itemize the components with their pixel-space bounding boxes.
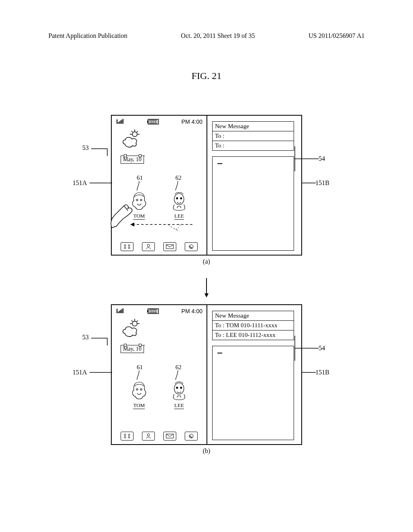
leader-53a — [91, 146, 112, 156]
leader-151a-b — [90, 372, 112, 373]
svg-rect-9 — [155, 120, 157, 123]
message-screen-a: New Message To : To : — [206, 116, 301, 255]
svg-point-50 — [180, 387, 182, 389]
panel-b: 53 151A 54 151B PM 4:00 — [0, 304, 413, 455]
svg-point-55 — [147, 434, 150, 436]
phone-icon[interactable] — [185, 432, 198, 441]
mail-icon[interactable] — [163, 242, 176, 251]
svg-rect-35 — [147, 310, 148, 312]
label-54a: 54 — [319, 155, 325, 162]
contact-tom-b[interactable]: TOM — [129, 380, 149, 409]
label-151a-b: 151A — [73, 369, 87, 376]
text-cursor — [217, 163, 222, 164]
contact-lee-name: LEE — [174, 213, 184, 220]
to-field-1-a[interactable]: To : — [212, 131, 294, 141]
dual-screen-b: PM 4:00 May, 10 61 62 TOM LEE — [111, 304, 302, 445]
sublabel-b: (b) — [0, 447, 413, 455]
apps-icon[interactable] — [121, 242, 133, 251]
svg-point-49 — [176, 387, 178, 389]
message-screen-b: New Message To : TOM 010-1111-xxxx To : … — [206, 305, 301, 444]
signal-icon — [116, 308, 126, 314]
contact-tom-name-b: TOM — [133, 402, 145, 409]
svg-point-23 — [128, 245, 130, 246]
svg-rect-36 — [149, 310, 151, 313]
home-screen-a: PM 4:00 May, 10 61 62 TOM — [112, 116, 206, 255]
label-53b: 53 — [82, 334, 89, 341]
svg-rect-38 — [153, 310, 155, 313]
svg-rect-37 — [151, 310, 153, 313]
svg-point-47 — [140, 389, 142, 390]
weather-widget-a — [121, 129, 145, 152]
svg-point-51 — [124, 434, 126, 436]
svg-point-25 — [128, 247, 130, 249]
battery-icon — [147, 119, 160, 125]
home-screen-b: PM 4:00 May, 10 61 62 TOM LEE — [112, 305, 206, 444]
svg-point-17 — [140, 199, 142, 201]
svg-line-45 — [137, 320, 138, 322]
contacts-row-b: TOM LEE — [112, 380, 206, 409]
label-61a: 61 — [137, 175, 143, 181]
svg-point-22 — [124, 245, 126, 246]
contact-lee-a[interactable]: LEE — [169, 190, 189, 220]
date-widget-a: May, 10 — [121, 156, 145, 164]
svg-rect-8 — [153, 120, 155, 123]
apps-icon[interactable] — [121, 432, 133, 441]
person-icon[interactable] — [142, 432, 155, 441]
text-cursor — [217, 353, 222, 353]
phone-icon[interactable] — [185, 242, 198, 251]
dock-a — [112, 242, 206, 251]
label-53a: 53 — [82, 144, 89, 152]
svg-rect-7 — [151, 120, 153, 123]
weather-widget-b — [121, 318, 145, 342]
person-icon[interactable] — [142, 242, 155, 251]
svg-point-24 — [124, 247, 126, 249]
sublabel-a: (a) — [0, 258, 413, 265]
svg-point-20 — [180, 197, 182, 199]
battery-icon — [147, 308, 160, 314]
new-message-title-b: New Message — [212, 311, 294, 321]
page-header: Patent Application Publication Oct. 20, … — [0, 32, 413, 39]
figure-title: FIG. 21 — [0, 71, 413, 81]
svg-point-54 — [128, 436, 130, 438]
header-mid: Oct. 20, 2011 Sheet 19 of 35 — [181, 32, 255, 39]
to-field-2-a[interactable]: To : — [212, 141, 294, 151]
label-151b-b: 151B — [315, 369, 330, 376]
svg-line-14 — [131, 131, 133, 132]
svg-rect-39 — [155, 310, 157, 313]
svg-line-15 — [137, 131, 138, 132]
signal-icon — [116, 118, 126, 125]
svg-point-52 — [128, 434, 130, 436]
leader-151b-b — [301, 372, 316, 373]
svg-point-46 — [136, 389, 138, 390]
message-body-b[interactable] — [212, 346, 294, 440]
svg-point-18 — [174, 193, 184, 205]
dock-b — [112, 432, 206, 441]
label-54b: 54 — [319, 345, 325, 352]
leader-151a-a — [90, 183, 112, 183]
message-body-a[interactable] — [212, 156, 294, 251]
leader-53b — [91, 336, 112, 345]
status-time-b: PM 4:00 — [181, 308, 202, 314]
svg-point-48 — [174, 383, 184, 394]
svg-line-44 — [131, 320, 133, 322]
svg-rect-5 — [147, 121, 148, 123]
header-right: US 2011/0256907 A1 — [309, 32, 365, 39]
header-left: Patent Application Publication — [48, 32, 127, 39]
label-151a-a: 151A — [73, 179, 87, 187]
label-62b: 62 — [175, 364, 181, 371]
mail-icon[interactable] — [163, 432, 176, 441]
svg-point-53 — [124, 436, 126, 438]
to-field-tom[interactable]: To : TOM 010-1111-xxxx — [212, 321, 294, 330]
contact-lee-name-b: LEE — [174, 402, 184, 409]
contact-tom-name: TOM — [133, 213, 145, 220]
svg-point-19 — [176, 197, 178, 199]
label-62a: 62 — [175, 175, 181, 181]
to-field-lee[interactable]: To : LEE 010-1112-xxxx — [212, 330, 294, 340]
contact-lee-b[interactable]: LEE — [169, 380, 189, 409]
dual-screen-a: PM 4:00 May, 10 61 62 TOM — [111, 115, 302, 256]
swipe-gesture — [124, 221, 196, 233]
date-widget-b: May, 10 — [121, 345, 145, 353]
label-61b: 61 — [137, 364, 143, 371]
flow-arrow — [204, 278, 209, 298]
leader-151b-a — [301, 183, 316, 183]
